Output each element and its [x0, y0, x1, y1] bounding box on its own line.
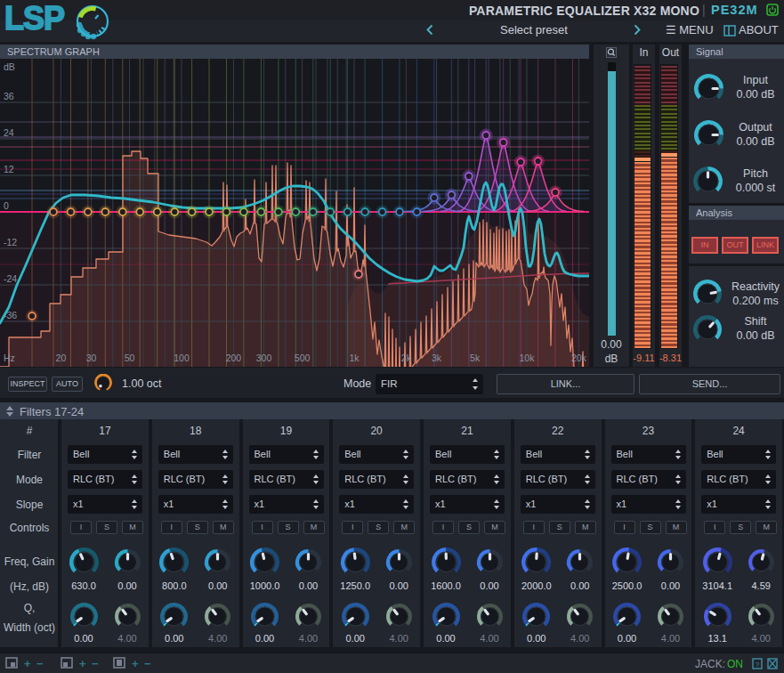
- svg-text:5k: 5k: [470, 353, 481, 363]
- svg-text:300: 300: [256, 353, 272, 363]
- svg-text:30: 30: [86, 353, 97, 363]
- svg-text:-24: -24: [4, 273, 17, 284]
- svg-text:Hz: Hz: [4, 353, 15, 363]
- svg-text:3k: 3k: [432, 353, 442, 363]
- svg-text:-36: -36: [4, 310, 17, 320]
- svg-text:24: 24: [4, 127, 14, 138]
- svg-text:500: 500: [295, 353, 311, 363]
- svg-text:20: 20: [56, 353, 67, 363]
- svg-text:-12: -12: [4, 237, 17, 247]
- svg-text:100: 100: [174, 353, 190, 363]
- svg-text:20k: 20k: [571, 353, 587, 363]
- svg-text:10k: 10k: [520, 353, 536, 363]
- svg-text:200: 200: [226, 353, 242, 363]
- svg-text:0: 0: [4, 200, 9, 211]
- svg-text:36: 36: [4, 91, 14, 101]
- svg-text:?: ?: [756, 661, 760, 669]
- svg-text:50: 50: [125, 353, 135, 363]
- svg-text:12: 12: [4, 164, 14, 174]
- svg-text:dB: dB: [4, 61, 15, 72]
- svg-text:2k: 2k: [401, 353, 412, 363]
- svg-text:1k: 1k: [349, 353, 360, 363]
